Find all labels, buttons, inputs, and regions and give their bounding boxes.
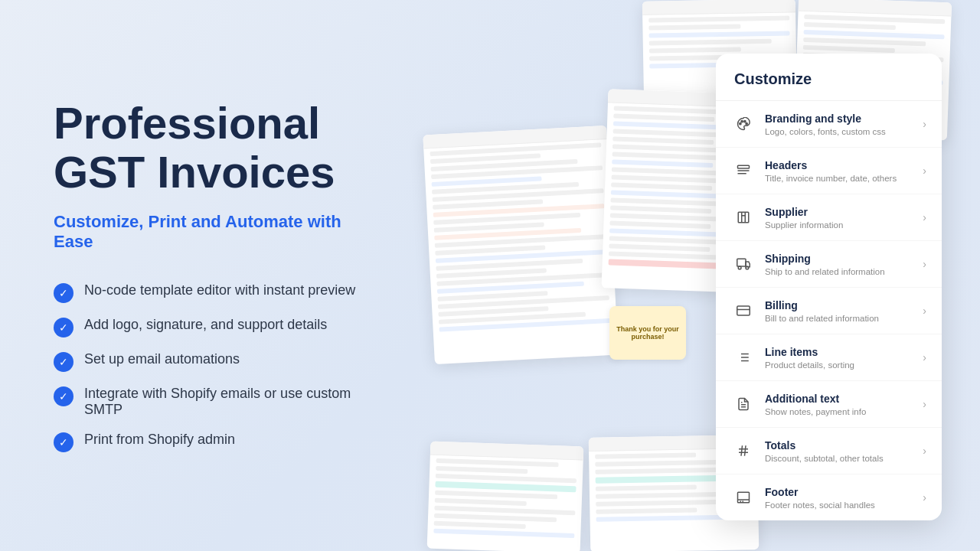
menu-desc: Ship to and related information [765,267,918,276]
feature-item: ✓ Print from Shopify admin [54,432,383,452]
menu-item-shipping[interactable]: Shipping Ship to and related information… [716,241,942,288]
menu-label: Line items [765,345,918,359]
menu-items: Branding and style Logo, colors, fonts, … [716,101,942,520]
chevron-right-icon: › [923,211,926,223]
svg-rect-4 [738,165,750,168]
menu-desc: Show notes, payment info [765,407,918,416]
chevron-right-icon: › [923,351,926,364]
feature-text: Print from Shopify admin [84,432,235,448]
chevron-right-icon: › [923,445,926,457]
doc-icon [731,392,756,416]
menu-label: Branding and style [765,112,918,126]
features-list: ✓ No-code template editor with instant p… [54,282,383,452]
menu-text: Headers Title, invoice number, date, oth… [765,158,918,182]
check-icon: ✓ [54,432,74,452]
building-icon [731,205,756,230]
check-icon: ✓ [54,386,74,406]
menu-text: Supplier Supplier information [765,205,918,229]
chevron-right-icon: › [923,398,926,410]
feature-text: No-code template editor with instant pre… [84,282,355,298]
feature-item: ✓ Integrate with Shopify emails or use c… [54,386,383,418]
menu-label: Shipping [765,252,918,266]
truck-icon [731,252,756,276]
menu-label: Billing [765,298,918,312]
feature-text: Set up email automations [84,351,240,367]
menu-item-footer[interactable]: Footer Footer notes, social handles › [716,474,942,520]
menu-desc: Product details, sorting [765,360,918,370]
menu-item-totals[interactable]: Totals Discount, subtotal, other totals … [716,428,942,474]
feature-text: Integrate with Shopify emails or use cus… [84,386,383,418]
svg-point-1 [741,121,743,122]
menu-text: Shipping Ship to and related information [765,252,918,276]
bg-invoice-card [427,442,584,551]
panel-title: Customize [716,54,942,101]
svg-rect-13 [737,306,750,315]
menu-desc: Supplier information [765,220,918,230]
chevron-right-icon: › [923,305,926,317]
menu-text: Branding and style Logo, colors, fonts, … [765,112,918,135]
menu-text: Line items Product details, sorting [765,345,918,369]
feature-item: ✓ Set up email automations [54,351,383,372]
menu-desc: Bill to and related information [765,314,918,323]
menu-item-lineitems[interactable]: Line items Product details, sorting › [716,334,942,381]
menu-text: Billing Bill to and related information [765,298,918,322]
menu-item-branding[interactable]: Branding and style Logo, colors, fonts, … [716,101,942,148]
bg-invoice-card [423,126,618,364]
hash-icon [731,439,756,463]
menu-item-headers[interactable]: Headers Title, invoice number, date, oth… [716,148,942,194]
menu-desc: Title, invoice number, date, others [765,174,918,183]
feature-text: Add logo, signature, and support details [84,317,327,333]
menu-item-billing[interactable]: Billing Bill to and related information … [716,288,942,334]
svg-line-26 [745,445,746,456]
svg-line-25 [741,445,743,456]
check-icon: ✓ [54,318,74,337]
chevron-right-icon: › [923,118,926,130]
menu-desc: Footer notes, social handles [765,500,918,510]
chevron-right-icon: › [923,258,926,270]
check-icon: ✓ [54,283,74,303]
chevron-right-icon: › [923,491,926,504]
palette-icon [731,112,756,136]
feature-item: ✓ No-code template editor with instant p… [54,282,383,303]
page-title: Professional GST Invoices [54,99,383,197]
svg-point-0 [740,123,741,125]
menu-text: Footer Footer notes, social handles [765,485,918,509]
menu-item-additional[interactable]: Additional text Show notes, payment info… [716,381,942,428]
page-subtitle: Customize, Print and Automate with Ease [54,212,383,252]
footer-icon [731,485,756,510]
menu-text: Additional text Show notes, payment info [765,392,918,416]
svg-point-12 [746,266,749,269]
customize-panel: Customize Branding and style Logo, color… [716,54,942,520]
menu-item-supplier[interactable]: Supplier Supplier information › [716,194,942,241]
menu-label: Additional text [765,392,918,406]
menu-desc: Logo, colors, fonts, custom css [765,127,918,136]
menu-label: Supplier [765,205,918,219]
svg-rect-10 [737,259,746,266]
svg-point-3 [746,123,747,125]
hero-section: Professional GST Invoices Customize, Pri… [0,0,429,551]
svg-point-2 [744,121,746,122]
menu-label: Footer [765,485,918,499]
list-icon [731,345,756,370]
menu-label: Headers [765,158,918,172]
card-icon [731,298,756,323]
menu-label: Totals [765,439,918,452]
check-icon: ✓ [54,352,74,372]
svg-rect-7 [738,212,749,223]
feature-item: ✓ Add logo, signature, and support detai… [54,317,383,337]
svg-point-11 [738,266,741,269]
header-icon [731,158,756,183]
thank-you-card: Thank you for your purchase! [609,306,686,360]
menu-text: Totals Discount, subtotal, other totals [765,439,918,462]
menu-desc: Discount, subtotal, other totals [765,454,918,463]
chevron-right-icon: › [923,165,926,177]
